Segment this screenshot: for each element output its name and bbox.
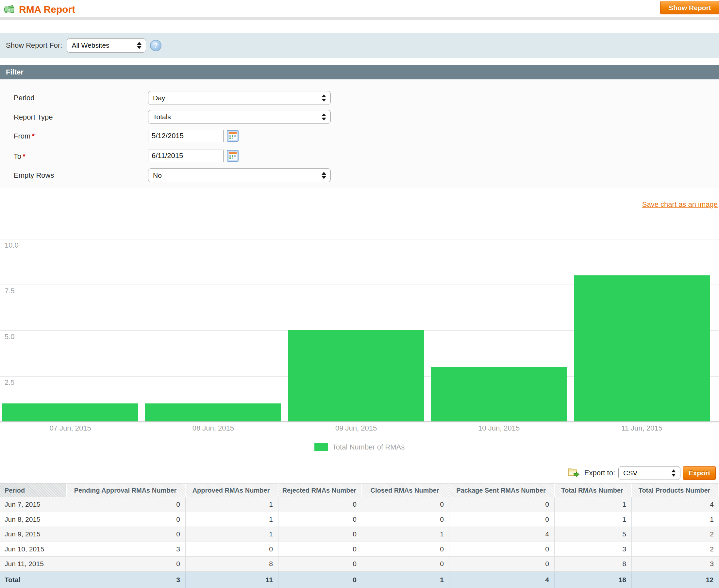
rma-report-page: RMA Report Show Report Show Report For: … <box>0 0 719 588</box>
empty-rows-value: No <box>148 171 162 179</box>
value-cell: 1 <box>555 512 632 527</box>
value-cell: 2 <box>632 527 719 542</box>
help-icon[interactable]: ? <box>150 40 161 51</box>
value-cell: 8 <box>555 556 632 571</box>
empty-rows-label: Empty Rows <box>14 171 54 180</box>
to-date-input[interactable] <box>148 150 224 162</box>
value-cell: 0 <box>186 542 279 556</box>
value-cell: 0 <box>449 497 555 512</box>
report-type-value: Totals <box>148 113 171 121</box>
required-asterisk: * <box>23 152 25 161</box>
value-cell: 1 <box>186 512 279 527</box>
scope-label: Show Report For: <box>6 41 62 50</box>
period-cell: Jun 7, 2015 <box>0 497 67 512</box>
total-value-cell: 0 <box>279 572 362 588</box>
x-axis-label: 07 Jun, 2015 <box>2 424 138 433</box>
total-value-cell: 3 <box>67 572 186 588</box>
period-cell: Jun 11, 2015 <box>0 556 67 571</box>
column-header-package-sent: Package Sent RMAs Number <box>449 483 555 497</box>
value-cell: 1 <box>362 527 449 542</box>
column-header-approved: Approved RMAs Number <box>186 483 279 497</box>
table-row: Jun 9, 2015 0 1 0 1 4 5 2 <box>0 527 719 542</box>
bar-08-jun <box>145 403 281 422</box>
table-row: Jun 7, 2015 0 1 0 0 0 1 4 <box>0 497 719 512</box>
calendar-icon[interactable] <box>227 150 239 162</box>
chart-legend: Total Number of RMAs <box>0 443 719 451</box>
value-cell: 0 <box>362 556 449 571</box>
export-to-label: Export to: <box>584 469 615 477</box>
empty-rows-select[interactable]: No <box>148 168 331 182</box>
value-cell: 1 <box>186 527 279 542</box>
filter-section-header[interactable]: Filter <box>0 65 719 79</box>
legend-swatch <box>314 443 328 451</box>
value-cell: 0 <box>362 512 449 527</box>
value-cell: 3 <box>67 542 186 556</box>
value-cell: 8 <box>186 556 279 571</box>
x-axis-label: 09 Jun, 2015 <box>288 424 424 433</box>
bar-11-jun <box>574 275 710 422</box>
report-table: Period Pending Approval RMAs Number Appr… <box>0 483 719 588</box>
value-cell: 3 <box>632 556 719 571</box>
column-header-pending: Pending Approval RMAs Number <box>67 483 186 497</box>
value-cell: 0 <box>67 527 186 542</box>
value-cell: 1 <box>632 512 719 527</box>
filter-body <box>0 79 718 188</box>
value-cell: 1 <box>186 497 279 512</box>
calendar-icon[interactable] <box>227 130 239 142</box>
column-header-total-rmas: Total RMAs Number <box>555 483 632 497</box>
report-type-select[interactable]: Totals <box>148 110 331 124</box>
money-icon <box>3 3 15 16</box>
value-cell: 0 <box>67 556 186 571</box>
x-axis-labels: 07 Jun, 2015 08 Jun, 2015 09 Jun, 2015 1… <box>0 424 719 433</box>
value-cell: 4 <box>632 497 719 512</box>
show-report-button[interactable]: Show Report <box>660 1 719 14</box>
value-cell: 0 <box>279 542 362 556</box>
value-cell: 0 <box>279 556 362 571</box>
x-axis-line <box>0 421 719 422</box>
total-value-cell: 1 <box>362 572 449 588</box>
period-cell: Jun 10, 2015 <box>0 542 67 556</box>
from-label: From* <box>14 132 35 141</box>
from-date-input[interactable] <box>148 130 224 142</box>
value-cell: 1 <box>555 497 632 512</box>
column-header-total-products: Total Products Number <box>632 483 719 497</box>
value-cell: 0 <box>279 497 362 512</box>
select-arrows-icon <box>671 469 676 477</box>
table-total-row: Total 3 11 0 1 4 18 12 <box>0 572 719 588</box>
rma-bar-chart: 10.0 7.5 5.0 2.5 <box>0 239 719 422</box>
value-cell: 0 <box>362 542 449 556</box>
export-button[interactable]: Export <box>683 466 716 480</box>
value-cell: 5 <box>555 527 632 542</box>
column-header-period: Period <box>0 483 67 497</box>
value-cell: 0 <box>67 512 186 527</box>
bar-10-jun <box>431 367 567 422</box>
x-axis-label: 08 Jun, 2015 <box>145 424 281 433</box>
page-title: RMA Report <box>19 4 75 15</box>
total-value-cell: 12 <box>632 572 719 588</box>
period-value: Day <box>148 94 165 102</box>
period-select[interactable]: Day <box>148 91 331 105</box>
export-icon <box>567 467 580 479</box>
period-cell: Jun 8, 2015 <box>0 512 67 527</box>
to-label: To* <box>14 152 25 161</box>
save-chart-link[interactable]: Save chart as an image <box>642 200 718 209</box>
period-cell: Jun 9, 2015 <box>0 527 67 542</box>
export-format-select[interactable]: CSV <box>618 466 680 480</box>
page-header: RMA Report Show Report <box>0 0 719 17</box>
table-header-row: Period Pending Approval RMAs Number Appr… <box>0 483 719 497</box>
legend-label: Total Number of RMAs <box>332 443 405 451</box>
export-bar: Export to: CSV Export <box>0 465 719 481</box>
value-cell: 2 <box>632 542 719 556</box>
value-cell: 0 <box>449 512 555 527</box>
value-cell: 0 <box>67 497 186 512</box>
value-cell: 0 <box>449 556 555 571</box>
website-scope-select[interactable]: All Websites <box>67 38 146 52</box>
select-arrows-icon <box>137 42 142 49</box>
value-cell: 4 <box>449 527 555 542</box>
value-cell: 0 <box>449 542 555 556</box>
table-row: Jun 8, 2015 0 1 0 0 0 1 1 <box>0 512 719 527</box>
total-value-cell: 4 <box>449 572 555 588</box>
header-divider <box>0 17 719 20</box>
bar-09-jun <box>288 330 424 422</box>
required-asterisk: * <box>32 132 35 140</box>
